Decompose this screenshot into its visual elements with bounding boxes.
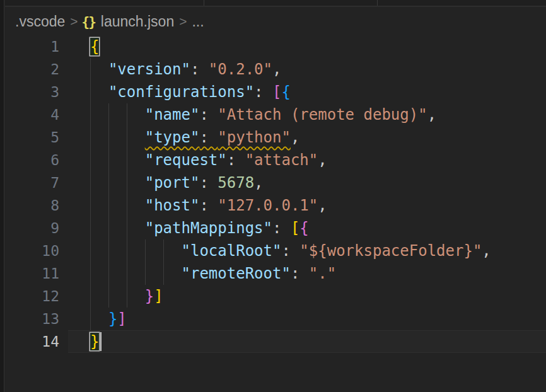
indent-guide (163, 262, 164, 285)
code-token: : (291, 265, 309, 282)
indent-guide (90, 103, 91, 126)
line-number[interactable]: 3 (5, 81, 68, 103)
indent-guide (108, 194, 109, 217)
json-file-icon: {} (82, 14, 95, 30)
line-number[interactable]: 1 (5, 35, 68, 58)
code-line-content: }] (68, 308, 546, 330)
indent-guide (145, 239, 146, 262)
indent-guide (108, 285, 109, 308)
tab-separator (377, 0, 378, 6)
code-token: : (190, 61, 209, 78)
indent-guide (108, 171, 109, 194)
code-token: "Attach (remote debug)" (218, 106, 427, 124)
code-line[interactable]: 4 "name": "Attach (remote debug)", (5, 103, 546, 126)
code-token: "remoteRoot" (182, 265, 291, 282)
tab-bar-edge (5, 0, 546, 7)
breadcrumb-file[interactable]: launch.json (100, 13, 175, 30)
code-token: : (199, 106, 218, 124)
indent-guide (90, 171, 91, 194)
code-line[interactable]: 9 "pathMappings": [{ (5, 217, 546, 239)
indent-guide (90, 81, 91, 103)
code-token: "type" (145, 129, 200, 146)
code-token: } (145, 287, 154, 305)
indent-guide (127, 239, 127, 262)
code-line[interactable]: 7 "port": 5678, (5, 171, 546, 194)
code-token: : (272, 219, 291, 237)
line-number[interactable]: 10 (5, 239, 68, 262)
code-token: , (427, 106, 436, 124)
indent-guide (108, 239, 109, 262)
code-line-content: "localRoot": "${workspaceFolder}", (68, 239, 546, 262)
code-token: "attach" (245, 151, 318, 169)
code-line[interactable]: 10 "localRoot": "${workspaceFolder}", (5, 239, 546, 262)
code-line-content: "name": "Attach (remote debug)", (68, 103, 546, 126)
code-line-content: "port": 5678, (68, 171, 546, 194)
vscode-editor-window: .vscode > {} launch.json > ... 1{2 "vers… (0, 0, 546, 392)
code-line[interactable]: 1{ (5, 35, 546, 58)
code-token: : (199, 197, 218, 214)
code-token: [ (272, 83, 281, 101)
line-number[interactable]: 12 (5, 285, 68, 308)
code-line[interactable]: 5 "type": "python", (5, 126, 546, 149)
sidebar-edge (0, 0, 4, 392)
code-token: : (254, 83, 272, 101)
code-token: ] (117, 310, 126, 328)
code-lines: 1{2 "version": "0.2.0",3 "configurations… (5, 35, 546, 353)
indent-guide (127, 126, 127, 149)
code-token: , (318, 151, 327, 169)
code-line-content: }] (68, 285, 546, 308)
code-line[interactable]: 2 "version": "0.2.0", (5, 58, 546, 81)
code-token: "." (309, 265, 336, 282)
code-line[interactable]: 11 "remoteRoot": "." (5, 262, 546, 285)
code-line[interactable]: 13 }] (5, 308, 546, 330)
code-token: "${workspaceFolder}" (299, 242, 482, 260)
indent-guide (127, 217, 127, 239)
code-token: : (227, 151, 245, 169)
line-number[interactable]: 6 (5, 149, 68, 171)
code-line-content: } (68, 330, 546, 353)
code-line[interactable]: 12 }] (5, 285, 546, 308)
line-number[interactable]: 2 (5, 58, 68, 81)
code-token: , (318, 197, 327, 214)
breadcrumb-symbol-more[interactable]: ... (190, 13, 205, 30)
line-number[interactable]: 14 (5, 330, 68, 353)
line-number[interactable]: 9 (5, 217, 68, 239)
code-line[interactable]: 6 "request": "attach", (5, 149, 546, 171)
code-token: "host" (145, 197, 200, 214)
code-token: "0.2.0" (209, 61, 272, 78)
code-line-content: "version": "0.2.0", (68, 58, 546, 81)
indent-guide (108, 126, 109, 149)
code-line-content: "type": "python", (68, 126, 546, 149)
code-token: 5678 (218, 174, 254, 192)
code-token: , (272, 61, 281, 78)
code-token: "name" (145, 106, 200, 124)
code-token: { (281, 83, 290, 101)
code-token: } (108, 310, 117, 328)
tab-separator (204, 0, 204, 6)
code-token: "localRoot" (182, 242, 282, 260)
code-line[interactable]: 14} (5, 330, 546, 353)
line-number[interactable]: 13 (5, 308, 68, 330)
line-number[interactable]: 7 (5, 171, 68, 194)
line-number[interactable]: 8 (5, 194, 68, 217)
indent-guide (90, 194, 91, 217)
line-number[interactable]: 4 (5, 103, 68, 126)
line-number[interactable]: 5 (5, 126, 68, 149)
code-line[interactable]: 3 "configurations": [{ (5, 81, 546, 103)
indent-guide (127, 171, 127, 194)
indent-guide (108, 103, 109, 126)
indent-guide (90, 217, 91, 239)
line-number[interactable]: 11 (5, 262, 68, 285)
code-token: "request" (145, 151, 227, 169)
breadcrumb: .vscode > {} launch.json > ... (5, 8, 546, 35)
code-line[interactable]: 8 "host": "127.0.0.1", (5, 194, 546, 217)
breadcrumb-folder[interactable]: .vscode (14, 13, 66, 30)
indent-guide (127, 262, 127, 285)
indent-guide (90, 58, 91, 81)
indent-guide (127, 194, 127, 217)
indent-guide (90, 239, 91, 262)
code-token: { (299, 219, 308, 237)
code-token: ] (154, 287, 163, 305)
warning-squiggle: "type": "python" (145, 129, 291, 146)
indent-guide (90, 285, 91, 308)
